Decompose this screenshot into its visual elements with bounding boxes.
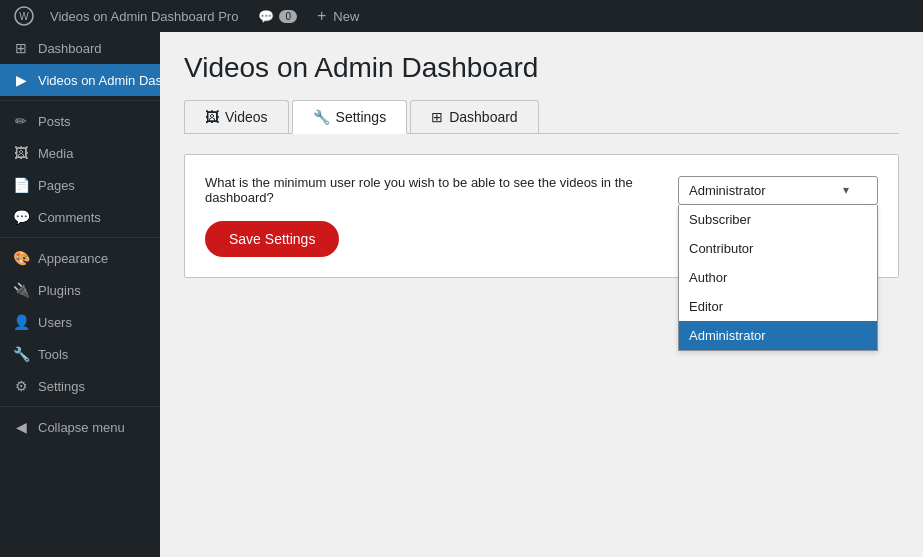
role-select-container: Administrator ▾ Subscriber Contributor A… bbox=[678, 176, 878, 205]
adminbar-comments[interactable]: 💬 0 bbox=[248, 0, 307, 32]
sidebar-divider-3 bbox=[0, 406, 160, 407]
comment-bubble-icon: 💬 bbox=[258, 9, 274, 24]
tab-dashboard[interactable]: ⊞ Dashboard bbox=[410, 100, 539, 133]
settings-panel: What is the minimum user role you wish t… bbox=[184, 154, 899, 278]
main-layout: ⊞ Dashboard ▶ Videos on Admin Dashboard … bbox=[0, 32, 923, 557]
role-dropdown-menu: Subscriber Contributor Author Editor Adm… bbox=[678, 205, 878, 351]
media-icon: 🖼 bbox=[12, 145, 30, 161]
option-editor[interactable]: Editor bbox=[679, 292, 877, 321]
admin-bar: W Videos on Admin Dashboard Pro 💬 0 + Ne… bbox=[0, 0, 923, 32]
plus-icon: + bbox=[317, 7, 326, 25]
collapse-menu-button[interactable]: ◀ Collapse menu bbox=[0, 411, 160, 443]
wp-logo-icon[interactable]: W bbox=[8, 0, 40, 32]
settings-question: What is the minimum user role you wish t… bbox=[205, 175, 662, 205]
videos-icon: ▶ bbox=[12, 72, 30, 88]
sidebar-item-plugins[interactable]: 🔌 Plugins bbox=[0, 274, 160, 306]
save-settings-button[interactable]: Save Settings bbox=[205, 221, 339, 257]
sidebar-divider-2 bbox=[0, 237, 160, 238]
svg-text:W: W bbox=[19, 11, 29, 22]
sidebar-item-settings[interactable]: ⚙ Settings bbox=[0, 370, 160, 402]
sidebar-item-users[interactable]: 👤 Users bbox=[0, 306, 160, 338]
settings-role-row: What is the minimum user role you wish t… bbox=[205, 175, 878, 205]
sidebar-item-comments[interactable]: 💬 Comments bbox=[0, 201, 160, 233]
posts-icon: ✏ bbox=[12, 113, 30, 129]
tab-bar: 🖼 Videos 🔧 Settings ⊞ Dashboard bbox=[184, 100, 899, 134]
dashboard-icon: ⊞ bbox=[12, 40, 30, 56]
content-area: Videos on Admin Dashboard 🖼 Videos 🔧 Set… bbox=[160, 32, 923, 557]
sidebar-item-appearance[interactable]: 🎨 Appearance bbox=[0, 242, 160, 274]
option-subscriber[interactable]: Subscriber bbox=[679, 205, 877, 234]
settings-icon: ⚙ bbox=[12, 378, 30, 394]
sidebar-divider-1 bbox=[0, 100, 160, 101]
sidebar-item-pages[interactable]: 📄 Pages bbox=[0, 169, 160, 201]
tools-icon: 🔧 bbox=[12, 346, 30, 362]
comments-icon: 💬 bbox=[12, 209, 30, 225]
sidebar: ⊞ Dashboard ▶ Videos on Admin Dashboard … bbox=[0, 32, 160, 557]
tab-settings[interactable]: 🔧 Settings bbox=[292, 100, 408, 134]
sidebar-item-dashboard[interactable]: ⊞ Dashboard bbox=[0, 32, 160, 64]
select-current-value: Administrator bbox=[689, 183, 766, 198]
sidebar-item-videos-admin[interactable]: ▶ Videos on Admin Dashboard bbox=[0, 64, 160, 96]
plugins-icon: 🔌 bbox=[12, 282, 30, 298]
chevron-down-icon: ▾ bbox=[843, 183, 849, 197]
adminbar-site-name[interactable]: Videos on Admin Dashboard Pro bbox=[40, 0, 248, 32]
sidebar-item-posts[interactable]: ✏ Posts bbox=[0, 105, 160, 137]
option-author[interactable]: Author bbox=[679, 263, 877, 292]
pages-icon: 📄 bbox=[12, 177, 30, 193]
option-administrator[interactable]: Administrator bbox=[679, 321, 877, 350]
collapse-icon: ◀ bbox=[12, 419, 30, 435]
sidebar-item-tools[interactable]: 🔧 Tools bbox=[0, 338, 160, 370]
role-select-box[interactable]: Administrator ▾ bbox=[678, 176, 878, 205]
tab-settings-icon: 🔧 bbox=[313, 109, 330, 125]
tab-videos-icon: 🖼 bbox=[205, 109, 219, 125]
sidebar-item-media[interactable]: 🖼 Media bbox=[0, 137, 160, 169]
page-title: Videos on Admin Dashboard bbox=[184, 52, 899, 84]
adminbar-new[interactable]: + New bbox=[307, 0, 369, 32]
tab-dashboard-icon: ⊞ bbox=[431, 109, 443, 125]
users-icon: 👤 bbox=[12, 314, 30, 330]
tab-videos[interactable]: 🖼 Videos bbox=[184, 100, 289, 133]
option-contributor[interactable]: Contributor bbox=[679, 234, 877, 263]
appearance-icon: 🎨 bbox=[12, 250, 30, 266]
